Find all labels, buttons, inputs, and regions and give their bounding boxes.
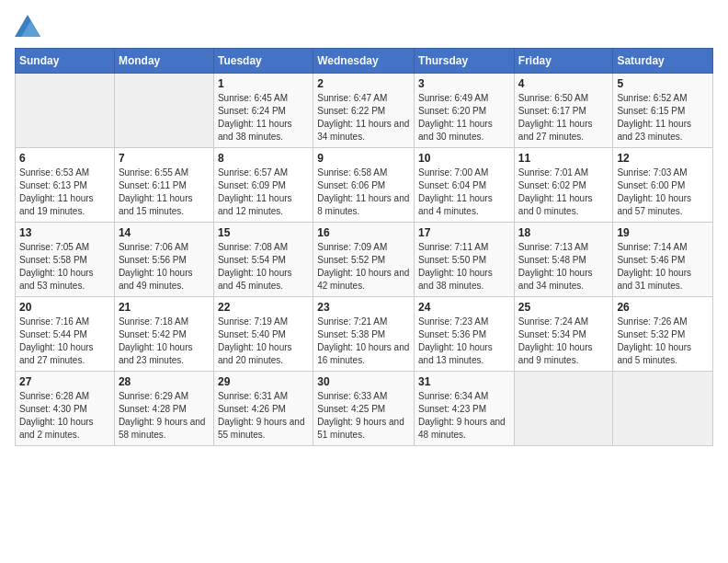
calendar-day-cell: 15Sunrise: 7:08 AMSunset: 5:54 PMDayligh… [213, 223, 313, 297]
day-info: Sunrise: 7:01 AMSunset: 6:02 PMDaylight:… [518, 167, 609, 218]
day-info: Sunrise: 7:06 AMSunset: 5:56 PMDaylight:… [119, 241, 210, 293]
day-info: Sunrise: 7:09 AMSunset: 5:52 PMDaylight:… [317, 241, 410, 293]
day-number: 7 [119, 152, 210, 165]
day-number: 3 [418, 77, 510, 90]
weekday-header-sunday: Sunday [16, 49, 115, 74]
calendar-day-cell: 5Sunrise: 6:52 AMSunset: 6:15 PMDaylight… [613, 74, 713, 148]
calendar-day-cell: 14Sunrise: 7:06 AMSunset: 5:56 PMDayligh… [114, 223, 213, 297]
day-info: Sunrise: 7:24 AMSunset: 5:34 PMDaylight:… [518, 316, 609, 367]
calendar-day-cell [114, 74, 213, 148]
calendar-day-cell [613, 372, 713, 446]
day-info: Sunrise: 6:50 AMSunset: 6:17 PMDaylight:… [518, 92, 609, 144]
day-number: 24 [418, 301, 510, 314]
day-info: Sunrise: 7:21 AMSunset: 5:38 PMDaylight:… [317, 316, 410, 367]
calendar-day-cell [514, 372, 613, 446]
day-info: Sunrise: 6:49 AMSunset: 6:20 PMDaylight:… [418, 92, 510, 144]
calendar-day-cell: 19Sunrise: 7:14 AMSunset: 5:46 PMDayligh… [613, 223, 713, 297]
day-info: Sunrise: 6:47 AMSunset: 6:22 PMDaylight:… [317, 92, 410, 144]
day-number: 25 [518, 301, 609, 314]
calendar-day-cell: 8Sunrise: 6:57 AMSunset: 6:09 PMDaylight… [213, 148, 313, 223]
weekday-header-wednesday: Wednesday [313, 49, 415, 74]
day-info: Sunrise: 7:16 AMSunset: 5:44 PMDaylight:… [19, 316, 110, 367]
logo [15, 15, 44, 37]
day-number: 8 [218, 152, 309, 165]
calendar-table: SundayMondayTuesdayWednesdayThursdayFrid… [15, 48, 713, 446]
day-info: Sunrise: 6:55 AMSunset: 6:11 PMDaylight:… [119, 167, 210, 218]
calendar-week-row: 6Sunrise: 6:53 AMSunset: 6:13 PMDaylight… [16, 148, 713, 223]
day-info: Sunrise: 6:31 AMSunset: 4:26 PMDaylight:… [218, 390, 309, 442]
header [15, 15, 713, 37]
calendar-week-row: 27Sunrise: 6:28 AMSunset: 4:30 PMDayligh… [16, 372, 713, 446]
day-number: 17 [418, 226, 510, 239]
calendar-day-cell: 20Sunrise: 7:16 AMSunset: 5:44 PMDayligh… [16, 297, 115, 372]
day-number: 30 [317, 375, 410, 388]
calendar-day-cell: 25Sunrise: 7:24 AMSunset: 5:34 PMDayligh… [514, 297, 613, 372]
day-info: Sunrise: 7:00 AMSunset: 6:04 PMDaylight:… [418, 167, 510, 218]
calendar-day-cell: 28Sunrise: 6:29 AMSunset: 4:28 PMDayligh… [114, 372, 213, 446]
calendar-day-cell: 18Sunrise: 7:13 AMSunset: 5:48 PMDayligh… [514, 223, 613, 297]
calendar-day-cell: 17Sunrise: 7:11 AMSunset: 5:50 PMDayligh… [415, 223, 515, 297]
day-info: Sunrise: 7:19 AMSunset: 5:40 PMDaylight:… [218, 316, 309, 367]
day-info: Sunrise: 7:03 AMSunset: 6:00 PMDaylight:… [617, 167, 709, 218]
logo-icon [15, 15, 40, 37]
calendar-day-cell: 10Sunrise: 7:00 AMSunset: 6:04 PMDayligh… [415, 148, 515, 223]
day-number: 27 [19, 375, 110, 388]
day-number: 14 [119, 226, 210, 239]
calendar-day-cell: 11Sunrise: 7:01 AMSunset: 6:02 PMDayligh… [514, 148, 613, 223]
calendar-day-cell: 13Sunrise: 7:05 AMSunset: 5:58 PMDayligh… [16, 223, 115, 297]
day-number: 6 [19, 152, 110, 165]
day-info: Sunrise: 7:05 AMSunset: 5:58 PMDaylight:… [19, 241, 110, 293]
day-number: 19 [617, 226, 709, 239]
weekday-header-thursday: Thursday [415, 49, 515, 74]
day-info: Sunrise: 7:23 AMSunset: 5:36 PMDaylight:… [418, 316, 510, 367]
calendar-day-cell: 30Sunrise: 6:33 AMSunset: 4:25 PMDayligh… [313, 372, 415, 446]
day-number: 23 [317, 301, 410, 314]
day-number: 4 [518, 77, 609, 90]
day-info: Sunrise: 6:53 AMSunset: 6:13 PMDaylight:… [19, 167, 110, 218]
calendar-day-cell: 9Sunrise: 6:58 AMSunset: 6:06 PMDaylight… [313, 148, 415, 223]
day-number: 5 [617, 77, 709, 90]
day-number: 13 [19, 226, 110, 239]
day-info: Sunrise: 7:26 AMSunset: 5:32 PMDaylight:… [617, 316, 709, 367]
calendar-day-cell: 12Sunrise: 7:03 AMSunset: 6:00 PMDayligh… [613, 148, 713, 223]
day-info: Sunrise: 6:45 AMSunset: 6:24 PMDaylight:… [218, 92, 309, 144]
calendar-day-cell: 1Sunrise: 6:45 AMSunset: 6:24 PMDaylight… [213, 74, 313, 148]
weekday-header-tuesday: Tuesday [213, 49, 313, 74]
day-info: Sunrise: 6:29 AMSunset: 4:28 PMDaylight:… [119, 390, 210, 442]
day-number: 28 [119, 375, 210, 388]
day-number: 29 [218, 375, 309, 388]
calendar-day-cell: 27Sunrise: 6:28 AMSunset: 4:30 PMDayligh… [16, 372, 115, 446]
day-number: 12 [617, 152, 709, 165]
calendar-day-cell: 21Sunrise: 7:18 AMSunset: 5:42 PMDayligh… [114, 297, 213, 372]
calendar-week-row: 20Sunrise: 7:16 AMSunset: 5:44 PMDayligh… [16, 297, 713, 372]
day-info: Sunrise: 7:18 AMSunset: 5:42 PMDaylight:… [119, 316, 210, 367]
day-number: 22 [218, 301, 309, 314]
calendar-day-cell: 29Sunrise: 6:31 AMSunset: 4:26 PMDayligh… [213, 372, 313, 446]
day-info: Sunrise: 6:33 AMSunset: 4:25 PMDaylight:… [317, 390, 410, 442]
calendar-day-cell: 22Sunrise: 7:19 AMSunset: 5:40 PMDayligh… [213, 297, 313, 372]
day-number: 10 [418, 152, 510, 165]
calendar-day-cell: 7Sunrise: 6:55 AMSunset: 6:11 PMDaylight… [114, 148, 213, 223]
day-info: Sunrise: 7:08 AMSunset: 5:54 PMDaylight:… [218, 241, 309, 293]
day-info: Sunrise: 6:57 AMSunset: 6:09 PMDaylight:… [218, 167, 309, 218]
day-number: 18 [518, 226, 609, 239]
calendar-day-cell: 4Sunrise: 6:50 AMSunset: 6:17 PMDaylight… [514, 74, 613, 148]
day-number: 26 [617, 301, 709, 314]
calendar-day-cell: 24Sunrise: 7:23 AMSunset: 5:36 PMDayligh… [415, 297, 515, 372]
weekday-header-monday: Monday [114, 49, 213, 74]
day-number: 16 [317, 226, 410, 239]
weekday-header-saturday: Saturday [613, 49, 713, 74]
day-info: Sunrise: 7:14 AMSunset: 5:46 PMDaylight:… [617, 241, 709, 293]
day-info: Sunrise: 7:13 AMSunset: 5:48 PMDaylight:… [518, 241, 609, 293]
day-number: 1 [218, 77, 309, 90]
day-number: 2 [317, 77, 410, 90]
calendar-day-cell: 6Sunrise: 6:53 AMSunset: 6:13 PMDaylight… [16, 148, 115, 223]
calendar-day-cell: 2Sunrise: 6:47 AMSunset: 6:22 PMDaylight… [313, 74, 415, 148]
day-number: 31 [418, 375, 510, 388]
weekday-header-friday: Friday [514, 49, 613, 74]
day-info: Sunrise: 6:34 AMSunset: 4:23 PMDaylight:… [418, 390, 510, 442]
calendar-day-cell: 3Sunrise: 6:49 AMSunset: 6:20 PMDaylight… [415, 74, 515, 148]
calendar-week-row: 13Sunrise: 7:05 AMSunset: 5:58 PMDayligh… [16, 223, 713, 297]
calendar-day-cell [16, 74, 115, 148]
calendar-week-row: 1Sunrise: 6:45 AMSunset: 6:24 PMDaylight… [16, 74, 713, 148]
